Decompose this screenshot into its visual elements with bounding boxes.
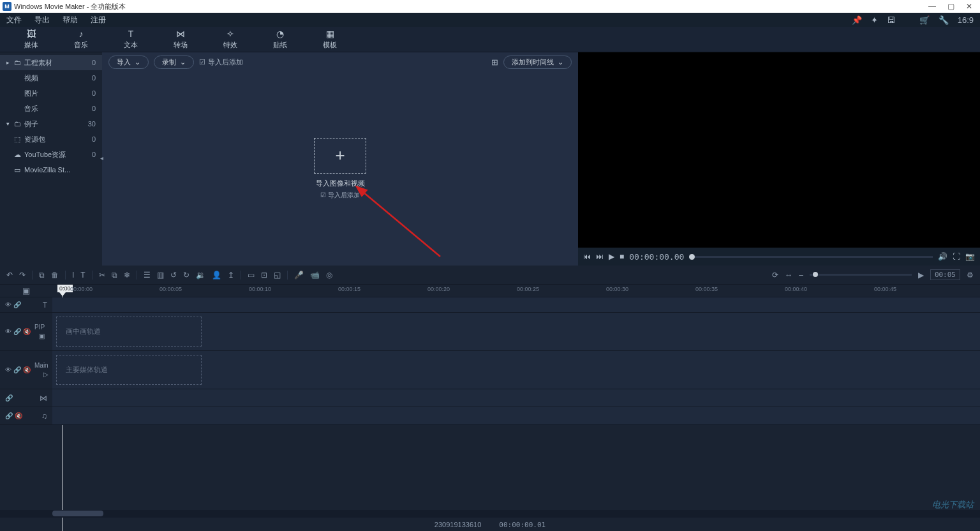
sidebar-item-examples[interactable]: ▾ 🗀 例子 30 — [0, 116, 102, 131]
fullscreen-icon[interactable]: ⛶ — [953, 252, 960, 261]
lock-icon[interactable]: 🔗 — [13, 328, 21, 335]
freeze-icon[interactable]: ❄ — [124, 271, 130, 280]
split-icon[interactable]: I — [72, 271, 74, 280]
sidebar-item-video[interactable]: 视频 0 — [0, 70, 102, 86]
main-placeholder[interactable]: 主要媒体轨道 — [56, 355, 202, 385]
camera-icon[interactable]: 📹 — [310, 271, 320, 280]
zoom-in-icon[interactable]: ▶ — [918, 271, 924, 280]
eye-icon[interactable]: 👁 — [5, 328, 11, 335]
mute-icon[interactable]: 🔇 — [23, 366, 31, 373]
timeline-scrollbar[interactable] — [0, 510, 980, 518]
eye-icon[interactable]: 👁 — [5, 366, 11, 373]
tab-template[interactable]: ▦模板 — [305, 27, 355, 52]
tab-effects[interactable]: ✧特效 — [205, 27, 255, 52]
zoom-out-icon[interactable]: – — [799, 271, 803, 280]
volume-icon[interactable]: 🔉 — [196, 271, 205, 280]
add-to-timeline-button[interactable]: 添加到时间线⌄ — [503, 56, 572, 69]
status-id: 230919133610 — [434, 521, 481, 528]
text-icon: T — [128, 29, 134, 39]
close-icon[interactable]: ✕ — [966, 2, 972, 11]
rotate-left-icon[interactable]: ↺ — [170, 271, 177, 280]
sidebar-item-store[interactable]: ▭ MovieZilla St... — [0, 162, 102, 177]
drop-zone-sub: ☑ 导入后添加 — [316, 191, 365, 200]
menu-help[interactable]: 帮助 — [63, 15, 78, 26]
rect-icon[interactable]: ▭ — [248, 271, 255, 280]
settings-icon[interactable]: ⚙ — [967, 271, 974, 280]
sidebar-item-youtube[interactable]: ☁ YouTube资源 0 — [0, 147, 102, 162]
grid-view-icon[interactable]: ⊞ — [491, 57, 498, 67]
rotate-right-icon[interactable]: ↻ — [183, 271, 189, 280]
sidebar-item-resource[interactable]: ⬚ 资源包 0 — [0, 131, 102, 147]
mic-icon[interactable]: 🎤 — [294, 271, 304, 280]
tab-media[interactable]: 🖼媒体 — [6, 27, 56, 52]
tab-text[interactable]: T文本 — [106, 27, 156, 52]
sidebar-item-music[interactable]: 音乐 0 — [0, 101, 102, 116]
track-main-label: Main — [34, 362, 48, 369]
sticker-icon: ◔ — [276, 29, 284, 39]
prev-frame-icon[interactable]: ⏮ — [583, 252, 591, 261]
mute-icon[interactable]: 🔇 — [23, 328, 31, 335]
crop-icon[interactable]: ⧉ — [112, 271, 117, 280]
zoom-icon[interactable]: ⊡ — [261, 271, 267, 280]
chevron-down-icon: ▾ — [6, 121, 14, 127]
cut-icon[interactable]: ✂ — [99, 271, 105, 280]
record-button[interactable]: 录制⌄ — [154, 56, 194, 69]
columns-icon[interactable]: ▥ — [157, 271, 164, 280]
list-icon[interactable]: ☰ — [144, 271, 151, 280]
menu-register[interactable]: 注册 — [91, 15, 106, 26]
maximize-icon[interactable]: ▢ — [947, 2, 954, 11]
cart-icon[interactable]: 🛒 — [919, 15, 930, 25]
timeline-ruler[interactable]: 0:00 00:00:00 00:00:05 00:00:10 00:00:15… — [52, 285, 980, 297]
chevron-down-icon: ⌄ — [180, 58, 186, 66]
copy-icon[interactable]: ⧉ — [39, 271, 45, 280]
save-icon[interactable]: 🖫 — [887, 15, 895, 25]
zoom-slider[interactable] — [810, 274, 912, 276]
pin-icon[interactable]: 📌 — [852, 15, 862, 25]
menu-file[interactable]: 文件 — [6, 15, 22, 26]
next-frame-icon[interactable]: ⏭ — [596, 252, 604, 261]
upload-icon[interactable]: ↥ — [228, 271, 234, 280]
import-button[interactable]: 导入⌄ — [108, 56, 149, 69]
duration-box[interactable]: 00:05 — [930, 269, 960, 280]
mute-icon[interactable]: 🔇 — [15, 412, 22, 419]
sidebar-item-project[interactable]: ▸ 🗀 工程素材 0 — [0, 55, 102, 70]
fit-icon[interactable]: ↔ — [785, 271, 792, 280]
lock-icon[interactable]: 🔗 — [5, 394, 13, 401]
preview-panel: ⏮ ⏭ ▶ ■ 00:00:00.00 🔊 ⛶ 📷 — [578, 52, 980, 266]
minimize-icon[interactable]: — — [928, 2, 936, 11]
annotation-arrow — [357, 186, 447, 263]
refresh-icon[interactable]: ⟳ — [772, 271, 778, 280]
layers-icon[interactable]: ▣ — [22, 286, 30, 295]
import-add-checkbox[interactable]: ☑导入后添加 — [199, 57, 243, 67]
preview-progress[interactable] — [689, 256, 933, 258]
music-icon: ♪ — [79, 29, 84, 39]
redo-icon[interactable]: ↷ — [19, 271, 26, 280]
lock-icon[interactable]: 🔗 — [5, 412, 13, 419]
star-icon[interactable]: ✦ — [871, 15, 878, 25]
text-tool-icon[interactable]: T — [80, 271, 85, 280]
track-pip: 👁🔗🔇 PIP▣ 画中画轨道 — [0, 313, 980, 351]
tab-music[interactable]: ♪音乐 — [56, 27, 106, 52]
person-icon[interactable]: 👤 — [212, 271, 221, 280]
stop-icon[interactable]: ■ — [620, 252, 624, 261]
transition-icon: ⋈ — [176, 29, 185, 39]
sidebar-item-image[interactable]: 图片 0 — [0, 86, 102, 101]
snapshot-icon[interactable]: 📷 — [965, 252, 975, 261]
lock-icon[interactable]: 🔗 — [13, 301, 21, 308]
play-icon[interactable]: ▶ — [609, 252, 614, 261]
lock-icon[interactable]: 🔗 — [13, 366, 21, 373]
target-icon[interactable]: ◎ — [326, 271, 332, 280]
volume-icon[interactable]: 🔊 — [938, 252, 947, 261]
pip-placeholder[interactable]: 画中画轨道 — [56, 317, 202, 347]
aspect-ratio[interactable]: 16:9 — [958, 15, 974, 25]
delete-icon[interactable]: 🗑 — [51, 271, 59, 280]
tab-transition[interactable]: ⋈转场 — [156, 27, 205, 52]
pip-icon[interactable]: ◱ — [274, 271, 281, 280]
tab-sticker[interactable]: ◔贴纸 — [255, 27, 305, 52]
import-drop-zone[interactable]: + — [314, 138, 366, 174]
folder-icon: 🗀 — [14, 59, 24, 66]
wrench-icon[interactable]: 🔧 — [939, 15, 949, 25]
menu-export[interactable]: 导出 — [34, 15, 50, 26]
eye-icon[interactable]: 👁 — [5, 301, 11, 308]
undo-icon[interactable]: ↶ — [6, 271, 13, 280]
